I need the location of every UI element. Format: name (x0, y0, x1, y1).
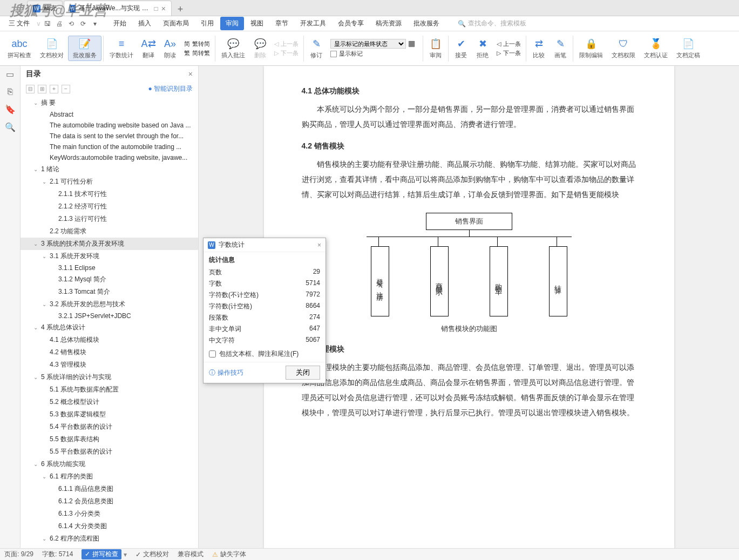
certify-button[interactable]: 🏅文档认证 (640, 36, 672, 60)
toc-item[interactable]: 4.2 销售模块 (21, 346, 198, 359)
menu-tab-9[interactable]: 稿壳资源 (370, 17, 407, 30)
menu-tab-5[interactable]: 视图 (245, 17, 269, 30)
toc-item[interactable]: 6.1.4 大分类类图 (21, 520, 198, 532)
toc-item[interactable]: 3.2.1 JSP+Servlet+JDBC (21, 311, 198, 321)
toc-item[interactable]: 5.5 数据库表结构 (21, 433, 198, 446)
toc-item[interactable]: 5.4 平台数据表的设计 (21, 421, 198, 433)
next-change-button[interactable]: ▷下一条 (497, 49, 521, 57)
insert-comment-button[interactable]: 💬插入批注 (217, 36, 249, 60)
toc-item[interactable]: 5.2 概念模型设计 (21, 396, 198, 408)
menu-tab-3[interactable]: 引用 (195, 17, 219, 30)
menu-tab-1[interactable]: 插入 (133, 17, 157, 30)
delete-comment-button[interactable]: 💬删除 (249, 36, 271, 60)
toc-item[interactable]: 3.1.2 Mysql 简介 (21, 273, 198, 286)
show-markup-button[interactable]: 显示标记 (330, 50, 418, 58)
menu-tab-6[interactable]: 章节 (270, 17, 294, 30)
bookmark-icon[interactable]: 🔖 (5, 104, 16, 114)
toc-item[interactable]: ⌄6.2 程序的流程图 (21, 532, 198, 545)
close-icon[interactable]: × (161, 4, 166, 13)
toc-item[interactable]: ⌄3 系统的技术简介及开发环境 (21, 238, 198, 250)
finalize-button[interactable]: 📄文档定稿 (672, 36, 704, 60)
toc-item[interactable]: ⌄2.1 可行性分析 (21, 176, 198, 188)
pane-icon[interactable]: ▦ (408, 39, 418, 49)
toc-item[interactable]: The data is sent to the servlet through … (21, 131, 198, 141)
toc-item[interactable]: 2.1.2 经济可行性 (21, 200, 198, 213)
toc-item[interactable]: ⌄1 绪论 (21, 163, 198, 176)
wordcount-button[interactable]: ≡字数统计 (105, 36, 138, 60)
toc-item[interactable]: 6.1.1 商品信息类图 (21, 483, 198, 495)
prev-change-button[interactable]: ◁上一条 (497, 40, 521, 48)
toc-item[interactable]: ⌄6 系统功能实现 (21, 458, 198, 470)
readaloud-button[interactable]: A»朗读 (159, 36, 181, 60)
to-simplified-button[interactable]: 简繁转简 (184, 40, 210, 48)
to-traditional-button[interactable]: 繁简转繁 (184, 49, 210, 57)
tips-link[interactable]: ⓘ操作技巧 (209, 368, 243, 377)
reject-button[interactable]: ✖拒绝 (472, 36, 493, 60)
toc-item[interactable]: 4.1 总体功能模块 (21, 334, 198, 346)
toc-item[interactable]: ⌄6.1 程序的类图 (21, 470, 198, 483)
search-rail-icon[interactable]: 🔍 (5, 122, 16, 132)
toc-item[interactable]: 2.1.3 运行可行性 (21, 213, 198, 225)
correction-button[interactable]: 📝批改服务 (68, 36, 101, 61)
new-tab-button[interactable]: + (173, 3, 188, 16)
print-icon[interactable]: 🖨 (55, 20, 64, 28)
spellcheck-button[interactable]: abc拼写检查 (3, 36, 36, 60)
proof-status[interactable]: ✓文档校对 (135, 550, 169, 559)
review-button[interactable]: 📋审阅 (425, 36, 446, 60)
expand-icon[interactable]: ⊞ (38, 85, 46, 93)
menu-tab-8[interactable]: 会员专享 (333, 17, 369, 30)
include-checkbox[interactable]: 包括文本框、脚注和尾注(F) (209, 349, 320, 359)
smart-toc-button[interactable]: ● 智能识别目录 (148, 84, 193, 93)
undo-icon[interactable]: ⟲ (67, 20, 76, 28)
checkbox-input[interactable] (209, 350, 216, 357)
toc-list[interactable]: ⌄摘 要AbstractThe automobile trading websi… (21, 96, 198, 548)
more-icon[interactable]: ▾ (91, 20, 99, 28)
toc-item[interactable]: Abstract (21, 109, 198, 120)
menu-tab-7[interactable]: 开发工具 (295, 17, 331, 30)
plus-icon[interactable]: + (50, 85, 58, 93)
font-status[interactable]: ⚠缺失字体 (212, 550, 246, 559)
restrict-button[interactable]: 🔒限制编辑 (575, 36, 607, 60)
wordcount-status[interactable]: 字数: 5714 (42, 550, 73, 559)
toc-item[interactable]: 4.3 管理模块 (21, 359, 198, 371)
bookmark-rail-icon[interactable]: ⎘ (8, 87, 13, 97)
page-status[interactable]: 页面: 9/29 (4, 550, 33, 559)
toc-item[interactable]: 5.3 数据库逻辑模型 (21, 408, 198, 421)
toc-item[interactable]: 2.1.1 技术可行性 (21, 188, 198, 200)
close-panel-icon[interactable]: × (188, 70, 193, 78)
menu-tab-10[interactable]: 批改服务 (408, 17, 445, 30)
toc-item[interactable]: ⌄3.1 系统开发环境 (21, 250, 198, 262)
toc-item[interactable]: 3.1.3 Tomcat 简介 (21, 286, 198, 298)
minus-icon[interactable]: − (62, 85, 70, 93)
spellcheck-status[interactable]: ✓ 拼写检查▾ (82, 549, 126, 559)
toc-item[interactable]: 6.1.2 会员信息类图 (21, 495, 198, 508)
collapse-icon[interactable]: ⊟ (26, 85, 35, 93)
toc-item[interactable]: 5.1 系统与数据库的配置 (21, 383, 198, 396)
toc-item[interactable]: KeyWords:automobile trading website, jav… (21, 152, 198, 163)
command-search[interactable]: 🔍 查找命令、搜索模板 (458, 19, 526, 28)
toc-item[interactable]: 2.2 功能需求 (21, 225, 198, 238)
track-changes-button[interactable]: ✎修订 (306, 36, 327, 60)
ink-button[interactable]: ✎画笔 (550, 36, 571, 60)
translate-button[interactable]: A⇄翻译 (138, 36, 159, 60)
track-state-select[interactable]: 显示标记的最终状态 (330, 39, 406, 49)
proof-button[interactable]: 📄文档校对 (36, 36, 68, 60)
close-icon[interactable]: × (317, 241, 321, 249)
permissions-button[interactable]: 🛡文档权限 (607, 36, 640, 60)
outline-icon[interactable]: ▭ (6, 69, 14, 79)
redo-icon[interactable]: ⟳ (79, 20, 87, 28)
compare-button[interactable]: ⇄比较 (528, 36, 550, 60)
next-comment-button[interactable]: ▷下一条 (274, 49, 299, 57)
toc-item[interactable]: 5.5 平台数据表的设计 (21, 446, 198, 458)
menu-tab-0[interactable]: 开始 (108, 17, 132, 30)
toc-item[interactable]: ⌄5 系统详细的设计与实现 (21, 371, 198, 383)
toc-item[interactable]: 6.1.3 小分类类 (21, 508, 198, 520)
accept-button[interactable]: ✔接受 (450, 36, 472, 60)
toc-item[interactable]: ⌄4 系统总体设计 (21, 321, 198, 334)
close-button[interactable]: 关闭 (286, 366, 320, 380)
toc-item[interactable]: ⌄摘 要 (21, 97, 198, 109)
toc-item[interactable]: ⌄3.2 系统开发的思想与技术 (21, 298, 198, 311)
save-icon[interactable]: 🖫 (43, 20, 52, 28)
toc-item[interactable]: 3.1.1 Eclipse (21, 262, 198, 273)
menu-tab-4[interactable]: 审阅 (220, 17, 244, 30)
